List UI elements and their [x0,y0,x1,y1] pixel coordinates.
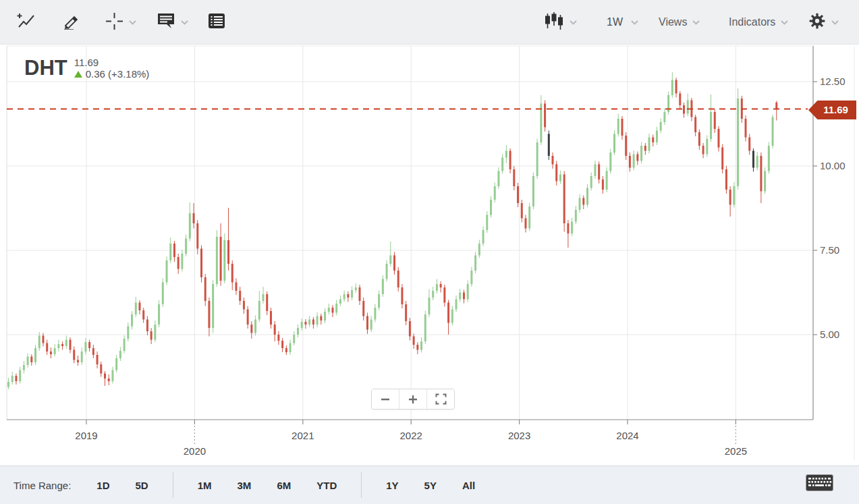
svg-text:2022: 2022 [400,430,422,441]
add-line-icon [17,12,36,32]
ticker-change: 0.36 (+3.18%) [86,68,150,80]
chevron-down-icon [181,20,188,25]
range-3m-button[interactable]: 3M [236,477,253,494]
annotation-tool-button[interactable] [157,0,188,45]
chevron-down-icon [570,20,577,25]
crosshair-tool-button[interactable] [105,0,136,45]
indicators-label: Indicators [729,16,775,28]
views-label: Views [659,16,687,28]
draw-pencil-icon [62,12,81,33]
range-5d-button[interactable]: 5D [134,477,150,494]
fullscreen-button[interactable] [426,389,454,409]
svg-text:2024: 2024 [616,430,638,441]
add-line-tool-button[interactable] [17,0,36,45]
fullscreen-icon [435,393,447,405]
chevron-down-icon [781,20,788,25]
chart-type-button[interactable] [544,0,577,45]
indicators-button[interactable]: Indicators [729,0,788,45]
annotation-icon [157,12,175,32]
data-table-icon [208,13,225,32]
svg-text:5.00: 5.00 [820,329,839,340]
range-all-button[interactable]: All [461,477,476,494]
time-range-bar: Time Range: 1D 5D 1M 3M 6M YTD 1Y 5Y All [0,466,859,504]
svg-text:2023: 2023 [508,430,530,441]
interval-button[interactable]: 1W [607,0,638,45]
views-button[interactable]: Views [659,0,700,45]
crosshair-icon [105,12,123,33]
svg-text:7.50: 7.50 [820,244,839,256]
keyboard-icon [806,474,833,491]
chevron-down-icon [692,20,700,25]
svg-text:2025: 2025 [725,445,747,457]
stock-chart-app: { "toolbar": { "interval": "1W", "views_… [0,0,859,504]
zoom-out-icon [380,394,391,405]
zoom-in-icon [408,394,418,405]
range-1d-button[interactable]: 1D [95,477,111,494]
chevron-down-icon [129,20,136,25]
range-5y-button[interactable]: 5Y [423,477,438,494]
separator [173,472,173,498]
chevron-down-icon [831,20,839,25]
gear-icon [808,12,826,32]
range-1m-button[interactable]: 1M [196,477,213,494]
zoom-in-button[interactable] [399,389,426,409]
candlestick-type-icon [544,11,564,34]
zoom-out-button[interactable] [372,389,399,409]
draw-tool-button[interactable] [62,0,81,45]
range-1y-button[interactable]: 1Y [385,477,399,494]
svg-text:2019: 2019 [75,430,97,441]
separator [361,472,362,498]
ticker-quote: DHT 11.69 0.36 (+3.18%) [24,57,149,80]
ticker-symbol: DHT [24,57,67,80]
svg-text:10.00: 10.00 [820,160,846,171]
ticker-price: 11.69 [74,57,150,68]
data-table-button[interactable] [208,0,225,45]
settings-button[interactable] [808,0,839,45]
time-range-label: Time Range: [13,480,71,491]
range-6m-button[interactable]: 6M [275,477,292,494]
interval-label: 1W [607,16,623,28]
last-price-tag: 11.69 [808,101,856,119]
svg-text:2021: 2021 [292,430,314,441]
chevron-down-icon [631,20,638,25]
ticker-change-row: 0.36 (+3.18%) [74,68,150,80]
svg-text:12.50: 12.50 [820,76,846,87]
keyboard-shortcuts-button[interactable] [806,474,833,493]
range-ytd-button[interactable]: YTD [315,477,338,494]
zoom-controls [371,389,455,410]
top-toolbar: 1W Views Indicators [0,0,859,45]
up-arrow-icon [74,71,82,78]
svg-text:2020: 2020 [184,445,206,457]
chart-panel: 12.5010.007.505.002019202020212022202320… [0,45,859,466]
